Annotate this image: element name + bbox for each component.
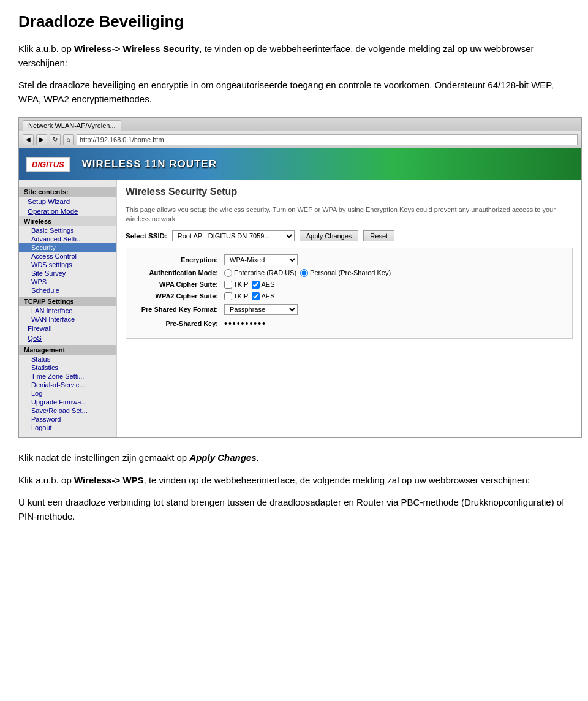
wpa-tkip-checkbox[interactable] [224,281,232,289]
sidebar-item-firewall[interactable]: Firewall [19,324,116,333]
router-title: WIRELESS 11N ROUTER [82,158,217,170]
sidebar-item-timezone[interactable]: Time Zone Setti... [19,372,116,381]
back-button[interactable]: ◀ [23,134,34,145]
security-form: Encryption: WPA-Mixed Authentication Mod… [126,248,573,339]
auth-personal-label[interactable]: Personal (Pre-Shared Key) [300,269,391,277]
forward-button[interactable]: ▶ [36,134,47,145]
auth-personal-text: Personal (Pre-Shared Key) [310,269,391,276]
page-heading: Draadloze Beveiliging [18,12,570,31]
wpa-aes-text: AES [261,281,274,288]
sidebar-item-basic-settings[interactable]: Basic Settings [19,226,116,235]
para3-end: . [257,452,259,463]
wps-description-para: U kunt een draadloze verbinding tot stan… [18,496,570,523]
page-title: Wireless Security Setup [126,186,573,200]
wpa2-tkip-label[interactable]: TKIP [224,292,248,300]
main-content: Wireless Security Setup This page allows… [117,180,581,437]
auth-enterprise-text: Enterprise (RADIUS) [234,269,296,276]
sidebar-item-statistics[interactable]: Statistics [19,363,116,372]
wpa2-aes-label[interactable]: AES [252,292,274,300]
wps-intro-para: Klik a.u.b. op Wireless-> WPS, te vinden… [18,474,570,488]
sidebar-item-operation-mode[interactable]: Operation Mode [19,207,116,216]
para1-start: Klik a.u.b. op [18,44,74,54]
browser-tab-bar: Netwerk WLAN-AP/Vyrelen... [19,118,581,131]
intro-para-1: Klik a.u.b. op Wireless-> Wireless Secur… [18,42,570,70]
auth-personal-radio[interactable] [300,269,308,277]
ssid-select[interactable]: Root AP - DIGITUS DN-7059... [172,230,295,241]
auth-enterprise-label[interactable]: Enterprise (RADIUS) [224,269,296,277]
sidebar-item-lan-interface[interactable]: LAN Interface [19,306,116,315]
para3-start: Klik nadat de instellingen zijn gemaakt … [18,452,189,463]
auth-mode-value: Enterprise (RADIUS) Personal (Pre-Shared… [224,269,391,277]
sidebar-item-log[interactable]: Log [19,389,116,398]
wpa2-cipher-value: TKIP AES [224,292,274,300]
psk-label: Pre-Shared Key: [132,320,224,327]
auth-mode-label: Authentication Mode: [132,269,224,276]
browser-screenshot: Netwerk WLAN-AP/Vyrelen... ◀ ▶ ↻ ⌂ DIGIT… [18,117,582,438]
encryption-select[interactable]: WPA-Mixed [224,254,298,265]
para4-start: Klik a.u.b. op [18,475,74,485]
wpa2-tkip-checkbox[interactable] [224,292,232,300]
apply-changes-para: Klik nadat de instellingen zijn gemaakt … [18,451,570,465]
browser-tab[interactable]: Netwerk WLAN-AP/Vyrelen... [23,120,121,131]
psk-format-value: Passphrase [224,304,298,315]
sidebar-item-wan-interface[interactable]: WAN Interface [19,315,116,324]
sidebar-item-logout[interactable]: Logout [19,423,116,432]
site-contents-header: Site contents: [19,187,116,197]
router-body: Site contents: Setup Wizard Operation Mo… [19,180,581,437]
ssid-row: Select SSID: Root AP - DIGITUS DN-7059..… [126,230,573,241]
para4-end: , te vinden op de webbeheerinterface, de… [144,475,530,485]
sidebar-item-access-control[interactable]: Access Control [19,252,116,260]
router-header: DIGITUS WIRELESS 11N ROUTER [19,148,581,180]
auth-mode-row: Authentication Mode: Enterprise (RADIUS)… [132,269,566,277]
wpa-tkip-label[interactable]: TKIP [224,281,248,289]
wpa2-cipher-label: WPA2 Cipher Suite: [132,292,224,300]
encryption-label: Encryption: [132,256,224,263]
wpa-cipher-label: WPA Cipher Suite: [132,281,224,288]
psk-value: •••••••••• [224,319,266,328]
sidebar-item-qos[interactable]: QoS [19,333,116,343]
psk-format-label: Pre Shared Key Format: [132,306,224,313]
address-bar[interactable] [77,134,578,145]
sidebar-item-advanced-settings[interactable]: Advanced Setti... [19,235,116,243]
wpa2-cipher-row: WPA2 Cipher Suite: TKIP AES [132,292,566,300]
wpa-aes-label[interactable]: AES [252,281,274,289]
psk-dots: •••••••••• [224,319,266,328]
browser-toolbar: ◀ ▶ ↻ ⌂ [19,131,581,148]
sidebar-tcpip-header: TCP/IP Settings [19,297,116,306]
wpa2-aes-text: AES [261,292,274,300]
psk-format-select[interactable]: Passphrase [224,304,298,315]
apply-changes-button[interactable]: Apply Changes [300,230,359,241]
encryption-value: WPA-Mixed [224,254,298,265]
sidebar-item-schedule[interactable]: Schedule [19,286,116,295]
para1-bold: Wireless-> Wireless Security [74,44,199,54]
auth-enterprise-radio[interactable] [224,269,232,277]
wpa2-aes-checkbox[interactable] [252,292,260,300]
sidebar-item-site-survey[interactable]: Site Survey [19,269,116,278]
sidebar-item-setup-wizard[interactable]: Setup Wizard [19,197,116,207]
sidebar-management-header: Management [19,345,116,355]
encryption-row: Encryption: WPA-Mixed [132,254,566,265]
wpa-cipher-row: WPA Cipher Suite: TKIP AES [132,281,566,289]
para4-bold: Wireless-> WPS [74,475,144,485]
sidebar-item-wds-settings[interactable]: WDS settings [19,260,116,269]
home-button[interactable]: ⌂ [63,134,74,145]
para3-bold: Apply Changes [189,452,256,463]
psk-row: Pre-Shared Key: •••••••••• [132,319,566,328]
sidebar-item-wps[interactable]: WPS [19,278,116,286]
reset-button[interactable]: Reset [363,230,394,241]
sidebar-item-password[interactable]: Password [19,415,116,423]
wpa-aes-checkbox[interactable] [252,281,260,289]
refresh-button[interactable]: ↻ [50,134,61,145]
psk-format-row: Pre Shared Key Format: Passphrase [132,304,566,315]
wpa-cipher-value: TKIP AES [224,281,274,289]
wpa-tkip-text: TKIP [233,281,248,288]
sidebar-item-dos[interactable]: Denial-of-Servic... [19,381,116,389]
sidebar-item-status[interactable]: Status [19,355,116,363]
sidebar-item-savereload[interactable]: Save/Reload Set... [19,406,116,415]
sidebar: Site contents: Setup Wizard Operation Mo… [19,180,117,437]
sidebar-item-upgrade[interactable]: Upgrade Firmwa... [19,398,116,406]
page-description: This page allows you setup the wireless … [126,205,573,224]
sidebar-item-security[interactable]: Security [19,243,116,252]
sidebar-wireless-header: Wireless [19,216,116,226]
intro-para-2: Stel de draadloze beveiliging en encrypt… [18,78,570,106]
